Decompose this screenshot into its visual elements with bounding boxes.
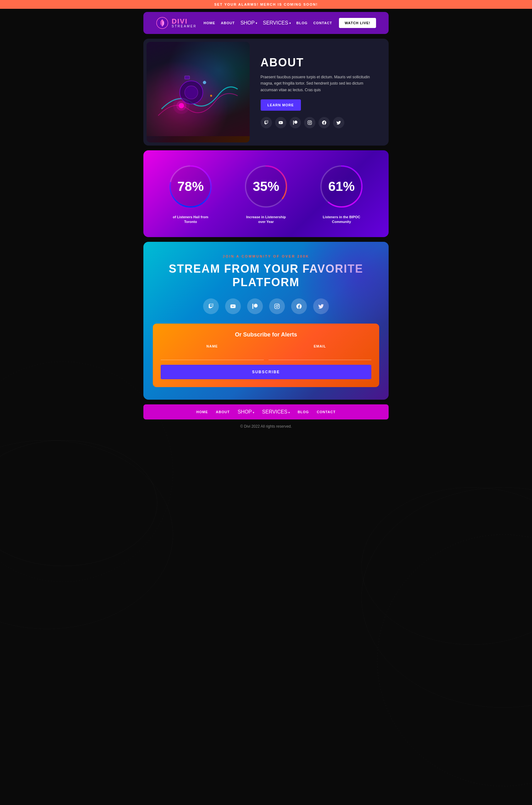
about-illustration xyxy=(152,43,244,136)
svg-point-3 xyxy=(362,487,532,708)
subscribe-title: Or Subscribe for Alerts xyxy=(161,331,371,338)
stream-social-instagram[interactable] xyxy=(269,299,285,314)
svg-point-9 xyxy=(185,85,198,99)
stream-social-facebook[interactable] xyxy=(291,299,307,314)
email-field-group: EMAIL xyxy=(268,344,372,360)
social-patreon[interactable] xyxy=(290,117,301,128)
announcement-text: SET YOUR ALARMS! MERCH IS COMING SOON! xyxy=(214,2,318,6)
stream-social-twitch[interactable] xyxy=(203,299,219,314)
stream-social-patreon[interactable] xyxy=(247,299,263,314)
footer-nav-services[interactable]: SERVICES xyxy=(262,409,290,415)
stream-social-youtube[interactable] xyxy=(225,299,241,314)
svg-point-2 xyxy=(362,487,532,645)
logo-area: DIVI STREAMER xyxy=(156,17,197,29)
stat-circle-2: 61% xyxy=(318,163,365,210)
stream-subtitle: JOIN A COMMUNITY OF OVER 200K xyxy=(153,254,379,258)
svg-point-12 xyxy=(173,97,190,114)
about-title: ABOUT xyxy=(261,56,381,69)
name-field-group: NAME xyxy=(161,344,264,360)
social-youtube[interactable] xyxy=(275,117,286,128)
header: DIVI STREAMER HOME ABOUT SHOP SERVICES B… xyxy=(144,12,388,34)
social-facebook[interactable] xyxy=(319,117,330,128)
social-instagram[interactable] xyxy=(304,117,315,128)
logo-brand: DIVI xyxy=(172,18,197,25)
subscribe-form-row: NAME EMAIL xyxy=(161,344,371,360)
stat-item-0: 78% of Listeners Hail from Toronto xyxy=(167,163,214,225)
svg-point-1 xyxy=(0,440,173,629)
stat-circle-0: 78% xyxy=(167,163,214,210)
about-image xyxy=(147,42,250,142)
stat-item-1: 35% Increase in Listenership over Year xyxy=(242,163,290,225)
footer-nav-about[interactable]: ABOUT xyxy=(216,410,230,414)
logo-text: DIVI STREAMER xyxy=(172,18,197,28)
learn-more-button[interactable]: LEARN MORE xyxy=(261,99,301,111)
logo-sub: STREAMER xyxy=(172,25,197,28)
stream-section: JOIN A COMMUNITY OF OVER 200K STREAM FRO… xyxy=(144,242,388,400)
about-body: Praesent faucibus posuere turpis et dict… xyxy=(261,74,381,93)
svg-point-13 xyxy=(203,81,207,84)
svg-rect-15 xyxy=(185,76,190,79)
svg-point-4 xyxy=(377,535,532,786)
stat-value-0: 78% xyxy=(177,179,204,194)
stat-item-2: 61% Listeners in the BIPOC Community xyxy=(318,163,365,225)
nav-blog[interactable]: BLOG xyxy=(297,21,308,25)
nav-contact[interactable]: CONTACT xyxy=(313,21,332,25)
subscribe-box: Or Subscribe for Alerts NAME EMAIL SUBSC… xyxy=(153,324,379,387)
stat-value-1: 35% xyxy=(253,179,279,194)
stat-value-2: 61% xyxy=(328,179,355,194)
nav-services[interactable]: SERVICES xyxy=(263,20,291,26)
about-content: ABOUT Praesent faucibus posuere turpis e… xyxy=(253,46,388,138)
footer-nav-shop[interactable]: SHOP xyxy=(238,409,254,415)
about-image-inner xyxy=(147,42,250,136)
footer-nav-home[interactable]: HOME xyxy=(196,410,208,414)
about-card: ABOUT Praesent faucibus posuere turpis e… xyxy=(144,39,388,146)
nav-home[interactable]: HOME xyxy=(204,21,215,25)
logo-icon xyxy=(156,17,169,29)
footer-nav-blog[interactable]: BLOG xyxy=(298,410,309,414)
svg-point-14 xyxy=(210,95,212,97)
footer-nav: HOME ABOUT SHOP SERVICES BLOG CONTACT xyxy=(144,404,388,420)
subscribe-button[interactable]: SUBSCRIBE xyxy=(161,365,371,379)
social-twitter[interactable] xyxy=(333,117,344,128)
name-input[interactable] xyxy=(161,350,264,360)
stat-label-0: of Listeners Hail from Toronto xyxy=(169,215,212,225)
stream-social-twitter[interactable] xyxy=(313,299,329,314)
social-twitch[interactable] xyxy=(261,117,272,128)
email-label: EMAIL xyxy=(268,344,372,348)
footer-copyright: © Divi 2022 All rights reserved. xyxy=(144,421,388,432)
name-label: NAME xyxy=(161,344,264,348)
watch-live-button[interactable]: WATCH LIVE! xyxy=(339,18,376,28)
main-nav: HOME ABOUT SHOP SERVICES BLOG CONTACT xyxy=(204,20,332,26)
stat-circle-1: 35% xyxy=(242,163,290,210)
nav-shop[interactable]: SHOP xyxy=(241,20,257,26)
email-input[interactable] xyxy=(268,350,372,360)
svg-point-0 xyxy=(0,440,157,566)
main-content: ABOUT Praesent faucibus posuere turpis e… xyxy=(144,39,388,438)
about-social-icons xyxy=(261,117,381,128)
stream-social-icons xyxy=(153,299,379,314)
announcement-bar: SET YOUR ALARMS! MERCH IS COMING SOON! xyxy=(0,0,532,9)
stats-section: 78% of Listeners Hail from Toronto 35% xyxy=(144,150,388,237)
stat-label-2: Listeners in the BIPOC Community xyxy=(320,215,363,225)
footer-nav-contact[interactable]: CONTACT xyxy=(317,410,336,414)
nav-about[interactable]: ABOUT xyxy=(221,21,235,25)
stream-title: STREAM FROM YOUR FAVORITE PLATFORM xyxy=(153,262,379,289)
stat-label-1: Increase in Listenership over Year xyxy=(244,215,288,225)
